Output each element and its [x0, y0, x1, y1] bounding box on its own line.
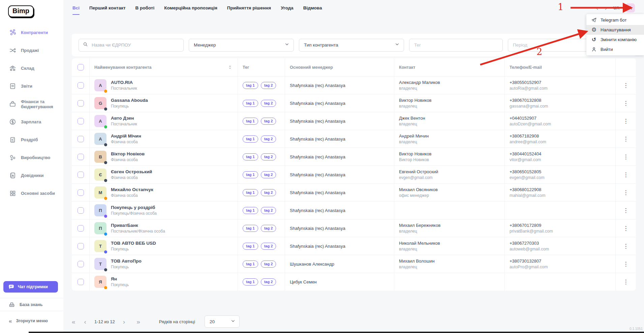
contractor-name[interactable]: Михайло Остапчук: [111, 187, 153, 192]
row-checkbox[interactable]: [78, 189, 84, 196]
sidebar-item[interactable]: Зарплата: [0, 113, 63, 131]
contractor-name[interactable]: Віктор Новіков: [111, 151, 145, 156]
tag-pill[interactable]: tag 1: [243, 261, 258, 268]
tag-pill[interactable]: tag 1: [243, 135, 258, 143]
tag-input[interactable]: [413, 42, 498, 48]
sidebar-item[interactable]: Продажі: [0, 41, 63, 59]
stage-tab[interactable]: Відмова: [303, 5, 322, 11]
row-checkbox[interactable]: [78, 261, 84, 267]
row-checkbox[interactable]: [78, 279, 84, 285]
stage-tab[interactable]: Всі: [72, 5, 80, 11]
sidebar-item[interactable]: Звіти: [0, 77, 63, 95]
search-input[interactable]: [91, 42, 179, 48]
sidebar-item[interactable]: Контрагенти: [0, 24, 63, 41]
next-page-icon[interactable]: ›: [123, 319, 125, 325]
row-checkbox[interactable]: [78, 207, 84, 214]
row-menu-icon[interactable]: ⋮: [623, 208, 629, 213]
row-checkbox[interactable]: [78, 154, 84, 160]
contractor-name[interactable]: Gassana Abouda: [111, 98, 148, 103]
row-menu-icon[interactable]: ⋮: [623, 279, 629, 285]
contractor-name[interactable]: Євген Острозький: [111, 169, 152, 174]
first-page-icon[interactable]: «: [72, 319, 75, 325]
row-checkbox[interactable]: [78, 243, 84, 249]
sidebar-item[interactable]: Фінанси та бюджетування: [0, 95, 63, 113]
row-menu-icon[interactable]: ⋮: [623, 100, 629, 106]
row-menu-icon[interactable]: ⋮: [623, 172, 629, 178]
sidebar-item[interactable]: Виробництво: [0, 149, 63, 166]
tag-pill[interactable]: tag 2: [261, 153, 276, 160]
tag-pill[interactable]: tag 1: [243, 278, 258, 285]
tag-pill[interactable]: tag 2: [261, 82, 276, 89]
tag-pill[interactable]: tag 1: [243, 207, 258, 214]
tag-pill[interactable]: tag 1: [243, 100, 258, 107]
row-checkbox[interactable]: [78, 118, 84, 124]
sort-icon[interactable]: [228, 65, 232, 69]
tag-pill[interactable]: tag 2: [261, 118, 276, 125]
tag-pill[interactable]: tag 1: [243, 225, 258, 232]
row-menu-icon[interactable]: ⋮: [623, 118, 629, 124]
row-menu-icon[interactable]: ⋮: [623, 261, 629, 267]
tag-pill[interactable]: tag 2: [261, 135, 276, 143]
row-menu-icon[interactable]: ⋮: [623, 190, 629, 195]
row-menu-icon[interactable]: ⋮: [623, 83, 629, 88]
knowledge-base-item[interactable]: База знань: [0, 298, 63, 311]
contractor-name[interactable]: Покупець у роздріб: [111, 205, 157, 210]
select-all-checkbox[interactable]: [78, 64, 84, 70]
tag-pill[interactable]: tag 2: [261, 207, 276, 214]
stage-tab[interactable]: Прийняття рішення: [227, 5, 271, 11]
contractor-name[interactable]: ТОВ АвтоПро: [111, 259, 142, 264]
contractor-name[interactable]: Авто Дзен: [111, 116, 137, 121]
page-size-select[interactable]: 20: [205, 315, 240, 328]
sidebar-item[interactable]: Роздріб: [0, 131, 63, 149]
prev-page-icon[interactable]: ‹: [84, 319, 86, 325]
tag-pill[interactable]: tag 1: [243, 153, 258, 160]
app-logo[interactable]: Bimp: [8, 5, 34, 17]
row-checkbox[interactable]: [78, 100, 84, 107]
contractor-name[interactable]: Ян: [111, 276, 129, 281]
stage-tab[interactable]: Перший контакт: [89, 5, 126, 11]
chevron-right-icon[interactable]: ›: [605, 5, 607, 11]
contractor-name[interactable]: AUTO.RIA: [111, 80, 137, 85]
contractor-name[interactable]: ТОВ АВТО ВЕБ USD: [111, 241, 156, 246]
tag-pill[interactable]: tag 1: [243, 82, 258, 89]
support-chat-button[interactable]: Чат підтримки: [3, 281, 58, 293]
stage-tab[interactable]: Комерційна пропозиція: [164, 5, 217, 11]
row-menu-icon[interactable]: ⋮: [623, 154, 629, 160]
contractor-name[interactable]: ПриватБанк: [111, 223, 165, 228]
tag-pill[interactable]: tag 2: [261, 278, 276, 285]
sidebar-item[interactable]: Склад: [0, 59, 63, 77]
tag-pill[interactable]: tag 2: [261, 171, 276, 178]
user-menu-item[interactable]: Telegram бот: [586, 15, 644, 25]
tag-pill[interactable]: tag 1: [243, 189, 258, 196]
row-checkbox[interactable]: [78, 172, 84, 178]
language-switch[interactable]: UA: [613, 6, 619, 10]
stage-tab[interactable]: Угода: [281, 5, 293, 11]
last-page-icon[interactable]: »: [136, 319, 140, 325]
tag-pill[interactable]: tag 2: [261, 225, 276, 232]
contractor-name[interactable]: Андрій Мічин: [111, 133, 141, 139]
tag-pill[interactable]: tag 2: [261, 100, 276, 107]
sidebar-item[interactable]: Довідники: [0, 166, 63, 184]
user-avatar[interactable]: A: [626, 3, 635, 12]
row-checkbox[interactable]: [78, 82, 84, 89]
tag-pill[interactable]: tag 1: [243, 171, 258, 178]
row-menu-icon[interactable]: ⋮: [623, 136, 629, 142]
row-checkbox[interactable]: [78, 136, 84, 142]
tag-pill[interactable]: tag 2: [261, 261, 276, 268]
stage-tab[interactable]: В роботі: [135, 5, 155, 11]
tag-pill[interactable]: tag 1: [243, 118, 258, 125]
row-checkbox[interactable]: [78, 225, 84, 232]
user-menu-item[interactable]: Вийти: [586, 44, 644, 54]
row-menu-icon[interactable]: ⋮: [623, 243, 629, 249]
sidebar-item[interactable]: Основні засоби: [0, 184, 63, 202]
collapse-menu-button[interactable]: « Згорнути меню: [0, 314, 63, 328]
chevron-left-icon[interactable]: ‹: [596, 5, 598, 11]
tag-pill[interactable]: tag 1: [243, 243, 258, 250]
tag-pill[interactable]: tag 2: [261, 189, 276, 196]
user-menu-item[interactable]: ⚙ Налаштування: [586, 25, 644, 35]
contractor-type-select[interactable]: Тип контрагента: [299, 39, 404, 52]
tag-pill[interactable]: tag 2: [261, 243, 276, 250]
row-menu-icon[interactable]: ⋮: [623, 225, 629, 231]
user-menu-item[interactable]: ↺ Змінити компанію: [586, 35, 644, 44]
manager-select[interactable]: Менеджер: [189, 39, 294, 52]
